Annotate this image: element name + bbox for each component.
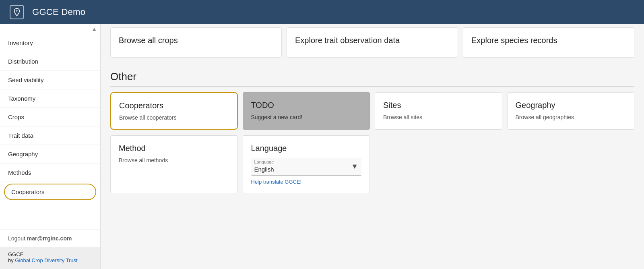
app-body: ▲ Inventory Distribution Seed viability … (0, 24, 644, 269)
sidebar-item-methods[interactable]: Methods (0, 163, 100, 182)
card-language: Language Language English ▼ Help transla… (243, 135, 370, 193)
card-geography-subtitle: Browse all geographies (516, 114, 626, 120)
app-header: GGCE Demo (0, 0, 644, 24)
card-geography-title: Geography (516, 101, 626, 110)
other-grid-row2: Method Browse all methods Language Langu… (110, 135, 634, 193)
card-explore-species[interactable]: Explore species records (463, 27, 634, 58)
app-logo (10, 5, 24, 19)
card-explore-traits[interactable]: Explore trait observation data (287, 27, 458, 58)
card-geography[interactable]: Geography Browse all geographies (507, 92, 635, 130)
app-title: GGCE Demo (32, 7, 85, 17)
card-todo[interactable]: TODO Suggest a new card! (243, 92, 370, 130)
language-dropdown-icon[interactable]: ▼ (351, 162, 358, 171)
card-method-title: Method (119, 144, 229, 153)
card-sites-subtitle: Browse all sites (383, 114, 494, 120)
sidebar-item-cooperators[interactable]: Cooperators (4, 184, 96, 200)
card-sites[interactable]: Sites Browse all sites (375, 92, 502, 130)
scroll-up-indicator: ▲ (0, 24, 100, 34)
card-todo-title: TODO (251, 101, 362, 110)
sidebar-item-distribution[interactable]: Distribution (0, 52, 100, 71)
card-method-subtitle: Browse all methods (119, 157, 229, 163)
main-content: Browse all crops Explore trait observati… (101, 24, 644, 269)
sidebar-footer-link[interactable]: Global Crop Diversity Trust (15, 257, 77, 263)
sidebar-logout[interactable]: Logout mar@rrginc.com (0, 229, 100, 247)
sidebar-item-taxonomy[interactable]: Taxonomy (0, 89, 100, 108)
card-language-title: Language (251, 144, 362, 153)
language-select[interactable]: Language English ▼ (251, 158, 362, 176)
empty-cell-1 (375, 135, 502, 193)
sidebar-footer: GGCE by Global Crop Diversity Trust (0, 247, 100, 269)
other-grid-row1: Cooperators Browse all cooperators TODO … (110, 92, 634, 130)
card-cooperators-title: Cooperators (119, 101, 229, 110)
card-browse-crops[interactable]: Browse all crops (110, 27, 282, 58)
card-method[interactable]: Method Browse all methods (110, 135, 238, 193)
sidebar-item-inventory[interactable]: Inventory (0, 34, 100, 52)
help-translate-link[interactable]: Help translate GGCE! (251, 179, 362, 185)
card-cooperators-subtitle: Browse all cooperators (119, 114, 229, 121)
card-sites-title: Sites (383, 101, 494, 110)
card-browse-crops-title: Browse all crops (119, 36, 273, 45)
card-todo-subtitle: Suggest a new card! (251, 114, 362, 120)
sidebar-item-trait-data[interactable]: Trait data (0, 126, 100, 145)
sidebar-item-crops[interactable]: Crops (0, 108, 100, 126)
card-explore-species-title: Explore species records (471, 36, 626, 45)
top-cards-row: Browse all crops Explore trait observati… (110, 24, 634, 58)
empty-cell-2 (507, 135, 635, 193)
other-section-heading: Other (110, 64, 634, 87)
sidebar-item-seed-viability[interactable]: Seed viability (0, 71, 100, 89)
sidebar: ▲ Inventory Distribution Seed viability … (0, 24, 101, 269)
card-explore-traits-title: Explore trait observation data (295, 36, 450, 45)
card-cooperators[interactable]: Cooperators Browse all cooperators (110, 92, 238, 130)
sidebar-item-geography[interactable]: Geography (0, 145, 100, 163)
language-field-label: Language (254, 159, 274, 164)
